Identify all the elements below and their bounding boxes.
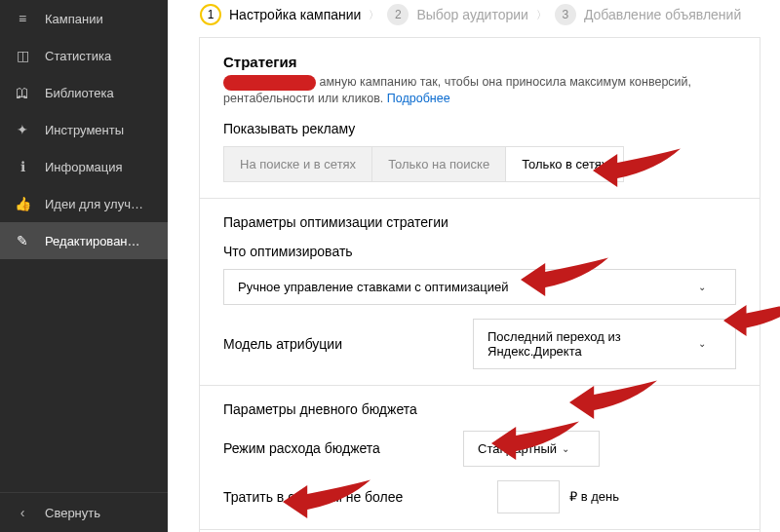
step-number: 1 — [200, 4, 221, 25]
sidebar-item-label: Библиотека — [45, 86, 114, 100]
select-value: Ручное управление ставками с оптимизацие… — [238, 280, 509, 294]
sidebar-item-campaigns[interactable]: ≡ Кампании — [0, 0, 168, 37]
spend-limit-hint: ₽ в день — [569, 489, 619, 504]
sidebar-item-info[interactable]: ℹ Информация — [0, 148, 168, 185]
sidebar-item-library[interactable]: 🕮 Библиотека — [0, 74, 168, 111]
chevron-left-icon: ‹ — [14, 505, 31, 520]
spend-limit-label: Тратить в среднем не более — [223, 489, 403, 505]
step-1[interactable]: 1 Настройка кампании — [200, 4, 361, 25]
select-value: Последний переход из Яндекс.Директа — [488, 329, 698, 359]
segment-network-only[interactable]: Только в сетях — [506, 146, 624, 182]
step-label: Выбор аудитории — [416, 7, 528, 22]
sidebar-item-edit[interactable]: ✎ Редактирован… — [0, 222, 168, 259]
attribution-select[interactable]: Последний переход из Яндекс.Директа ⌄ — [473, 319, 736, 369]
sidebar-item-label: Редактирован… — [45, 234, 140, 248]
sidebar-item-stats[interactable]: ◫ Статистика — [0, 37, 168, 74]
sparkle-icon: ✦ — [14, 122, 31, 137]
chevron-down-icon: ⌄ — [562, 443, 569, 454]
segment-search-only[interactable]: Только на поиске — [372, 146, 506, 182]
bar-chart-icon: ◫ — [14, 48, 31, 63]
pencil-icon: ✎ — [14, 233, 31, 248]
step-number: 3 — [555, 4, 576, 25]
budget-mode-label: Режим расхода бюджета — [223, 440, 380, 456]
segment-search-and-network[interactable]: На поиске и в сетях — [223, 146, 372, 182]
learn-more-link[interactable]: Подробнее — [387, 92, 450, 105]
sidebar-item-tools[interactable]: ✦ Инструменты — [0, 111, 168, 148]
section-subtitle: Параметры дневного бюджета — [223, 401, 736, 417]
sidebar-item-label: Кампании — [45, 12, 103, 26]
show-ads-label: Показывать рекламу — [223, 121, 736, 136]
chevron-down-icon: ⌄ — [698, 338, 706, 349]
what-optimize-select[interactable]: Ручное управление ставками с оптимизацие… — [223, 269, 736, 305]
sidebar-item-ideas[interactable]: 👍 Идеи для улуч… — [0, 185, 168, 222]
chevron-right-icon: 〉 — [536, 8, 547, 22]
sidebar-collapse[interactable]: ‹ Свернуть — [0, 492, 168, 532]
step-label: Добавление объявлений — [584, 7, 741, 22]
section-budget: Параметры дневного бюджета Режим расхода… — [200, 386, 760, 530]
step-3[interactable]: 3 Добавление объявлений — [555, 4, 741, 25]
chevron-right-icon: 〉 — [369, 8, 379, 22]
sidebar-item-label: Информация — [45, 160, 123, 174]
budget-mode-select[interactable]: Стандартный ⌄ — [463, 431, 600, 467]
section-title: Стратегия — [223, 54, 736, 70]
stepper: 1 Настройка кампании 〉 2 Выбор аудитории… — [200, 4, 741, 25]
section-subtitle: Параметры оптимизации стратегии — [223, 214, 736, 230]
spend-limit-input[interactable] — [497, 480, 560, 513]
sidebar-item-label: Инструменты — [45, 123, 124, 137]
what-optimize-label: Что оптимизировать — [223, 244, 736, 259]
sidebar-item-label: Идеи для улуч… — [45, 197, 143, 211]
redacted-text — [223, 75, 316, 91]
main-panel: Стратегия амную кампанию так, чтобы она … — [199, 37, 760, 532]
thumb-up-icon: 👍 — [14, 196, 31, 211]
section-strategy: Стратегия амную кампанию так, чтобы она … — [200, 38, 760, 199]
step-label: Настройка кампании — [229, 7, 361, 22]
step-2[interactable]: 2 Выбор аудитории — [387, 4, 528, 25]
attribution-label: Модель атрибуции — [223, 336, 342, 352]
sidebar: ≡ Кампании ◫ Статистика 🕮 Библиотека ✦ И… — [0, 0, 168, 532]
book-icon: 🕮 — [14, 85, 31, 100]
sidebar-item-label: Статистика — [45, 49, 111, 63]
list-icon: ≡ — [14, 11, 31, 26]
sidebar-collapse-label: Свернуть — [45, 506, 100, 520]
chevron-down-icon: ⌄ — [698, 282, 706, 292]
info-icon: ℹ — [14, 159, 31, 174]
select-value: Стандартный — [478, 441, 557, 456]
section-optimization: Параметры оптимизации стратегии Что опти… — [200, 199, 760, 386]
show-ads-segment: На поиске и в сетях Только на поиске Тол… — [223, 146, 736, 182]
section-description: амную кампанию так, чтобы она приносила … — [223, 74, 736, 107]
step-number: 2 — [387, 4, 409, 25]
